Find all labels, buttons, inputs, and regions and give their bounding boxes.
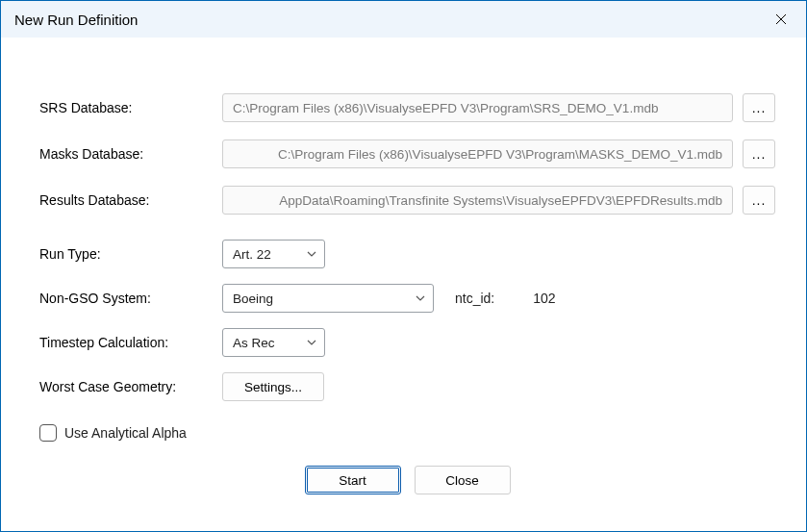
srs-database-field[interactable]: C:\Program Files (x86)\VisualyseEPFD V3\… [222, 93, 733, 122]
masks-database-row: Masks Database: C:\Program Files (x86)\V… [39, 139, 775, 168]
non-gso-system-value: Boeing [233, 291, 273, 306]
chevron-down-icon [416, 295, 425, 301]
results-database-row: Results Database: AppData\Roaming\Transf… [39, 186, 775, 215]
run-type-row: Run Type: Art. 22 [39, 240, 775, 268]
results-database-field[interactable]: AppData\Roaming\Transfinite Systems\Visu… [222, 186, 733, 215]
run-type-label: Run Type: [39, 246, 222, 262]
use-analytical-alpha-checkbox[interactable] [39, 424, 57, 442]
close-icon[interactable] [760, 5, 802, 34]
non-gso-system-row: Non-GSO System: Boeing ntc_id: 102 [39, 284, 775, 313]
non-gso-system-label: Non-GSO System: [39, 291, 222, 306]
ntc-id-label: ntc_id: [455, 291, 494, 306]
masks-database-field[interactable]: C:\Program Files (x86)\VisualyseEPFD V3\… [222, 139, 733, 168]
results-database-browse-button[interactable]: ... [743, 186, 775, 215]
chevron-down-icon [307, 340, 316, 345]
worst-case-geometry-row: Worst Case Geometry: Settings... [39, 372, 775, 401]
srs-database-label: SRS Database: [39, 100, 222, 115]
chevron-down-icon [307, 251, 316, 257]
worst-case-geometry-label: Worst Case Geometry: [39, 379, 222, 394]
timestep-calc-label: Timestep Calculation: [39, 335, 222, 350]
timestep-calc-row: Timestep Calculation: As Rec [39, 328, 775, 357]
srs-database-row: SRS Database: C:\Program Files (x86)\Vis… [39, 93, 775, 122]
use-analytical-alpha-label: Use Analytical Alpha [64, 425, 187, 441]
non-gso-system-select[interactable]: Boeing [222, 284, 434, 313]
masks-database-browse-button[interactable]: ... [743, 139, 775, 168]
run-type-select[interactable]: Art. 22 [222, 240, 325, 268]
start-button[interactable]: Start [305, 466, 401, 494]
close-button[interactable]: Close [415, 466, 511, 494]
timestep-calc-value: As Rec [233, 336, 275, 350]
results-database-label: Results Database: [39, 192, 222, 208]
run-type-value: Art. 22 [233, 247, 271, 262]
dialog-window: New Run Definition SRS Database: C:\Prog… [0, 0, 807, 532]
srs-database-value: C:\Program Files (x86)\VisualyseEPFD V3\… [233, 101, 658, 115]
timestep-calc-select[interactable]: As Rec [222, 328, 325, 357]
results-database-value: AppData\Roaming\Transfinite Systems\Visu… [279, 193, 722, 208]
use-analytical-alpha-row: Use Analytical Alpha [39, 424, 775, 442]
masks-database-label: Masks Database: [39, 146, 222, 162]
dialog-content: SRS Database: C:\Program Files (x86)\Vis… [1, 38, 806, 531]
window-title: New Run Definition [14, 12, 760, 28]
masks-database-value: C:\Program Files (x86)\VisualyseEPFD V3\… [278, 147, 722, 162]
ntc-id-value: 102 [533, 291, 555, 306]
srs-database-browse-button[interactable]: ... [743, 93, 775, 122]
dialog-footer: Start Close [39, 466, 775, 512]
settings-button[interactable]: Settings... [222, 372, 324, 401]
titlebar: New Run Definition [1, 1, 806, 38]
